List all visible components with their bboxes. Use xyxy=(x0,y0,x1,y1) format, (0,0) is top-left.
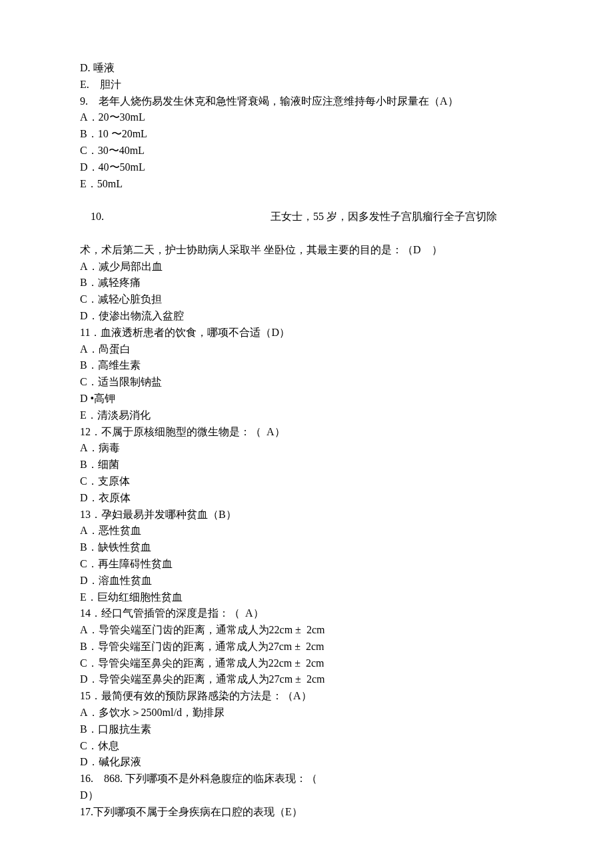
question-text: 13．孕妇最易并发哪种贫血（B） xyxy=(80,507,533,523)
option-text: B．导管尖端至门齿的距离，通常成人为27cm ± 2cm xyxy=(80,639,533,655)
option-text: C．30〜40mL xyxy=(80,143,533,159)
option-text: A．减少局部出血 xyxy=(80,259,533,275)
option-text: D．溶血性贫血 xyxy=(80,573,533,589)
question-body: 王女士，55 岁，因多发性子宫肌瘤行全子宫切除 xyxy=(271,211,497,222)
option-text: C．减轻心脏负担 xyxy=(80,291,533,308)
question-text: 9. 老年人烧伤易发生休克和急性肾衰竭，输液时应注意维持每小时尿量在（A） xyxy=(80,93,533,110)
option-text: E. 胆汁 xyxy=(80,77,533,93)
option-text: B．细菌 xyxy=(80,457,533,473)
option-text: C．再生障碍性贫血 xyxy=(80,556,533,573)
option-text: C．适当限制钠盐 xyxy=(80,374,533,391)
option-text: B．口服抗生素 xyxy=(80,721,533,738)
option-text: E．50mL xyxy=(80,176,533,193)
answer-text: D） xyxy=(80,787,533,804)
option-text: B．高维生素 xyxy=(80,357,533,374)
option-text: D．碱化尿液 xyxy=(80,754,533,771)
option-text: A．恶性贫血 xyxy=(80,523,533,539)
question-text: 12．不属于原核细胞型的微生物是：（ A） xyxy=(80,424,533,441)
option-text: D. 唾液 xyxy=(80,60,533,77)
question-text: 17.下列哪项不属于全身疾病在口腔的表现（E） xyxy=(80,804,533,821)
option-text: C．支原体 xyxy=(80,473,533,490)
option-text: B．10 〜20mL xyxy=(80,126,533,143)
document-page: D. 唾液 E. 胆汁 9. 老年人烧伤易发生休克和急性肾衰竭，输液时应注意维持… xyxy=(0,0,613,861)
option-text: D．衣原体 xyxy=(80,490,533,507)
question-text: 14．经口气管插管的深度是指：（ A） xyxy=(80,605,533,622)
option-text: E．清淡易消化 xyxy=(80,407,533,424)
option-text: D．40〜50mL xyxy=(80,159,533,176)
question-text: 16. 868. 下列哪项不是外科急腹症的临床表现：（ xyxy=(80,771,533,787)
option-text: C．导管尖端至鼻尖的距离，通常成人为22cm ± 2cm xyxy=(80,655,533,672)
option-text: D •高钾 xyxy=(80,391,533,407)
option-text: A．20〜30mL xyxy=(80,109,533,126)
question-text: 15．最简便有效的预防尿路感染的方法是：（A） xyxy=(80,688,533,705)
question-text: 术，术后第二天，护士协助病人采取半 坐卧位，其最主要的目的是：（D ） xyxy=(80,242,533,259)
option-text: A．咼蛋白 xyxy=(80,341,533,358)
option-text: C．休息 xyxy=(80,738,533,755)
question-number: 10. xyxy=(91,209,271,225)
question-text: 11．血液透析患者的饮食，哪项不合适（D） xyxy=(80,325,533,341)
option-text: A．导管尖端至门齿的距离，通常成人为22cm ± 2cm xyxy=(80,622,533,639)
option-text: D．使渗出物流入盆腔 xyxy=(80,308,533,325)
option-text: A．病毒 xyxy=(80,440,533,457)
option-text: D．导管尖端至鼻尖的距离，通常成人为27cm ± 2cm xyxy=(80,671,533,688)
option-text: B．减轻疼痛 xyxy=(80,275,533,291)
option-text: A．多饮水＞2500ml/d，勤排尿 xyxy=(80,705,533,721)
option-text: E．巨幼红细胞性贫血 xyxy=(80,589,533,606)
question-text: 10.王女士，55 岁，因多发性子宫肌瘤行全子宫切除 xyxy=(80,192,533,241)
option-text: B．缺铁性贫血 xyxy=(80,539,533,556)
